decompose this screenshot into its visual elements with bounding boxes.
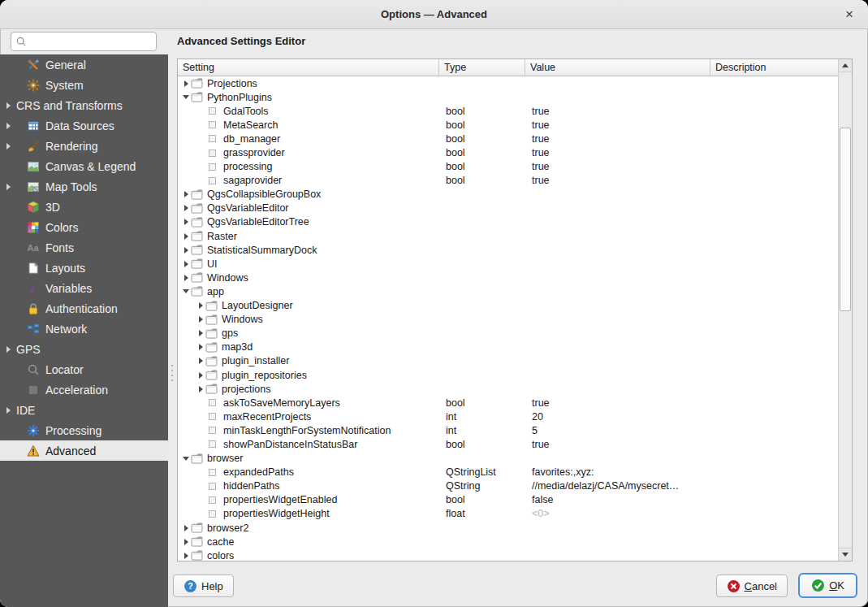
sidebar-item-data-sources[interactable]: Data Sources (0, 115, 168, 136)
expand-arrow-icon[interactable] (196, 386, 205, 392)
table-row[interactable]: cache (178, 535, 839, 548)
sidebar-item-3d[interactable]: 3D (0, 197, 168, 217)
table-row[interactable]: Windows (178, 313, 839, 327)
expand-arrow-icon[interactable] (6, 102, 15, 109)
table-row[interactable]: projections (178, 382, 839, 396)
collapse-arrow-icon[interactable] (181, 289, 191, 293)
setting-name: hiddenPaths (223, 480, 280, 492)
expand-arrow-icon[interactable] (6, 123, 15, 129)
table-row[interactable]: MetaSearchbooltrue (178, 118, 839, 132)
sidebar-item-layouts[interactable]: Layouts (0, 258, 168, 278)
expand-arrow-icon[interactable] (6, 407, 15, 414)
table-row[interactable]: hiddenPathsQString//media/delazj/CASA/my… (178, 479, 839, 493)
sidebar-item-locator[interactable]: Locator (0, 359, 168, 379)
expand-arrow-icon[interactable] (196, 316, 205, 323)
table-row[interactable]: showPanDistanceInStatusBarbooltrue (178, 437, 839, 451)
expand-arrow-icon[interactable] (181, 219, 191, 225)
sidebar-item-fonts[interactable]: AaFonts (0, 237, 168, 258)
table-row[interactable]: StatisticalSummaryDock (178, 243, 839, 257)
sidebar-item-map-tools[interactable]: Map Tools (0, 176, 168, 197)
table-row[interactable]: sagaproviderbooltrue (178, 174, 839, 188)
table-row[interactable]: UI (178, 257, 839, 271)
expand-arrow-icon[interactable] (6, 143, 15, 150)
table-row[interactable]: map3d (178, 340, 839, 354)
scroll-up-button[interactable] (839, 59, 852, 72)
table-row[interactable]: maxRecentProjectsint20 (178, 410, 839, 423)
collapse-arrow-icon[interactable] (181, 95, 191, 99)
table-row[interactable]: minTaskLengthForSystemNotificationint5 (178, 423, 839, 437)
table-row[interactable]: Raster (178, 229, 839, 243)
table-row[interactable]: PythonPlugins (178, 90, 839, 104)
collapse-arrow-icon[interactable] (181, 457, 191, 461)
scrollbar-thumb[interactable] (840, 128, 851, 311)
sidebar-item-rendering[interactable]: Rendering (0, 136, 168, 156)
table-row[interactable]: QgsCollapsibleGroupBox (178, 188, 839, 202)
sidebar-item-colors[interactable]: Colors (0, 217, 168, 237)
sidebar-item-system[interactable]: System (0, 75, 168, 95)
table-row[interactable]: Windows (178, 271, 839, 284)
expand-arrow-icon[interactable] (181, 525, 191, 531)
sidebar-item-authentication[interactable]: Authentication (0, 298, 168, 319)
type-cell: bool (439, 161, 525, 172)
table-row[interactable]: app (178, 284, 839, 298)
sidebar-item-acceleration[interactable]: Acceleration (0, 379, 168, 400)
sidebar-item-general[interactable]: General (0, 54, 168, 75)
table-row[interactable]: db_managerbooltrue (178, 132, 839, 145)
sidebar-item-network[interactable]: Network (0, 319, 168, 339)
table-row[interactable]: LayoutDesigner (178, 299, 839, 313)
expand-arrow-icon[interactable] (196, 330, 205, 336)
expand-arrow-icon[interactable] (181, 261, 191, 267)
sidebar-item-canvas-legend[interactable]: Canvas & Legend (0, 156, 168, 176)
sidebar-item-crs-and-transforms[interactable]: CRS and Transforms (0, 95, 168, 115)
expand-arrow-icon[interactable] (6, 184, 15, 190)
expand-arrow-icon[interactable] (181, 539, 191, 545)
table-row[interactable]: colors (178, 548, 839, 561)
splitter-handle[interactable] (170, 361, 175, 385)
setting-name: LayoutDesigner (222, 300, 293, 311)
table-row[interactable]: browser (178, 452, 839, 466)
sidebar-item-gps[interactable]: GPS (0, 339, 168, 359)
table-row[interactable]: GdalToolsbooltrue (178, 104, 839, 118)
table-row[interactable]: Projections (178, 76, 839, 90)
sidebar-item-advanced[interactable]: Advanced (0, 440, 168, 461)
expand-arrow-icon[interactable] (181, 205, 191, 211)
table-row[interactable]: plugin_repositories (178, 368, 839, 382)
vertical-scrollbar[interactable] (838, 59, 852, 561)
expand-arrow-icon[interactable] (181, 275, 191, 281)
table-row[interactable]: processingbooltrue (178, 160, 839, 174)
column-header-setting[interactable]: Setting (178, 59, 439, 76)
table-row[interactable]: expandedPathsQStringListfavorites:,xyz: (178, 466, 839, 479)
expand-arrow-icon[interactable] (181, 233, 191, 240)
sidebar-item-variables[interactable]: εVariables (0, 278, 168, 298)
column-header-description[interactable]: Description (710, 59, 839, 76)
help-button[interactable]: ?Help (173, 574, 234, 597)
table-row[interactable]: plugin_installer (178, 354, 839, 368)
ok-button[interactable]: OK (798, 573, 857, 598)
expand-arrow-icon[interactable] (181, 247, 191, 254)
table-row[interactable]: askToSaveMemoryLayersbooltrue (178, 396, 839, 410)
table-row[interactable]: browser2 (178, 521, 839, 535)
expand-arrow-icon[interactable] (196, 372, 205, 379)
system-icon (27, 79, 40, 92)
table-row[interactable]: gps (178, 327, 839, 340)
expand-arrow-icon[interactable] (181, 80, 191, 87)
sidebar-item-ide[interactable]: IDE (0, 400, 168, 420)
scroll-down-button[interactable] (839, 548, 852, 561)
close-icon[interactable]: × (840, 6, 858, 24)
expand-arrow-icon[interactable] (181, 553, 191, 559)
table-row[interactable]: QgsVariableEditor (178, 202, 839, 215)
sidebar-item-processing[interactable]: Processing (0, 420, 168, 440)
expand-arrow-icon[interactable] (196, 344, 205, 350)
column-header-value[interactable]: Value (525, 59, 710, 76)
table-row[interactable]: QgsVariableEditorTree (178, 215, 839, 229)
table-row[interactable]: propertiesWidgetEnabledboolfalse (178, 493, 839, 507)
column-header-type[interactable]: Type (439, 59, 525, 76)
search-input[interactable] (27, 33, 156, 50)
expand-arrow-icon[interactable] (196, 358, 205, 364)
expand-arrow-icon[interactable] (181, 191, 191, 197)
cancel-button[interactable]: Cancel (716, 574, 788, 597)
table-row[interactable]: grassproviderbooltrue (178, 145, 839, 159)
expand-arrow-icon[interactable] (6, 346, 15, 353)
expand-arrow-icon[interactable] (196, 302, 205, 309)
table-row[interactable]: propertiesWidgetHeightfloat<0> (178, 507, 839, 521)
